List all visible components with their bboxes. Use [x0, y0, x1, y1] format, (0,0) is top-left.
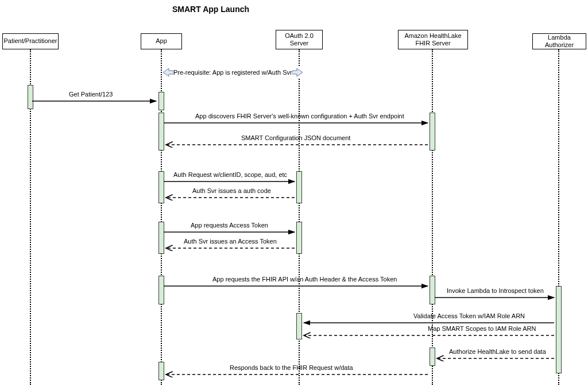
message-label: App requests Access Token	[191, 222, 268, 229]
arrow-dashed	[164, 142, 430, 149]
svg-marker-0	[163, 68, 173, 76]
message-label: SMART Configuration JSON document	[241, 134, 350, 141]
message-label: Map SMART Scopes to IAM Role ARN	[428, 325, 536, 332]
activation	[158, 92, 164, 110]
prerequisite-note: Pre-requisite: App is registered w/Auth …	[163, 67, 303, 78]
message-label: App discovers FHIR Server's well-known c…	[195, 113, 404, 119]
arrow-solid	[164, 179, 297, 186]
arrow-solid	[435, 295, 556, 302]
message-label: Auth Request w/clientID, scope, aud, etc	[173, 171, 287, 178]
participant-patient: Patient/Practitioner	[2, 33, 59, 49]
participant-app: App	[141, 33, 182, 49]
message-label: Responds back to the FHIR Request w/data	[230, 364, 353, 371]
participant-healthlake: Amazon HealthLake FHIR Server	[398, 30, 468, 49]
message-label: Auth Svr issues an Access Token	[184, 238, 277, 245]
activation	[556, 286, 562, 373]
arrow-solid	[164, 284, 430, 291]
sequence-diagram: SMART App Launch Patient/Practitioner Ap…	[0, 0, 588, 390]
arrow-dashed	[164, 195, 297, 202]
activation	[430, 113, 435, 150]
arrow-solid	[32, 99, 158, 106]
svg-marker-1	[292, 68, 303, 76]
message-label: App requests the FHIR API w/an Auth Head…	[212, 276, 397, 283]
activation	[296, 171, 302, 203]
activation	[296, 222, 302, 254]
arrow-solid	[164, 121, 430, 128]
message-label: Validate Access Token w/IAM Role ARN	[413, 312, 525, 319]
arrow-dashed	[301, 333, 556, 340]
arrow-dashed	[164, 246, 297, 253]
diagram-title: SMART App Launch	[172, 5, 249, 14]
prerequisite-label: Pre-requisite: App is registered w/Auth …	[173, 69, 292, 76]
message-label: Authorize HealthLake to send data	[449, 348, 546, 355]
participant-lambda: Lambda Authorizer	[532, 33, 586, 49]
arrow-right-icon	[292, 67, 303, 78]
arrow-dashed	[435, 356, 556, 363]
message-label: Auth Svr issues a auth code	[192, 187, 271, 194]
arrow-solid	[164, 230, 297, 237]
message-label: Get Patient/123	[69, 91, 113, 98]
arrow-left-icon	[163, 67, 173, 78]
message-label: Invoke Lambda to Introspect token	[447, 287, 544, 294]
arrow-dashed	[164, 372, 430, 379]
participant-oauth: OAuth 2.0 Server	[276, 30, 323, 49]
